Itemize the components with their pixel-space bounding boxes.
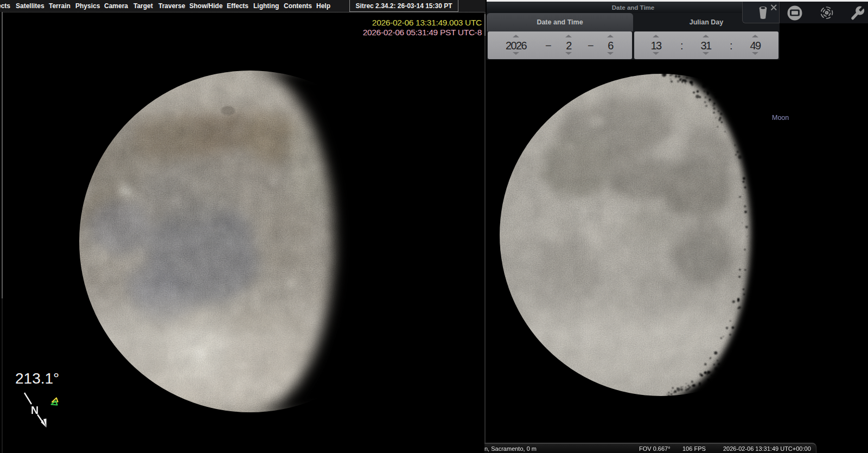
svg-text:N: N (31, 404, 39, 416)
